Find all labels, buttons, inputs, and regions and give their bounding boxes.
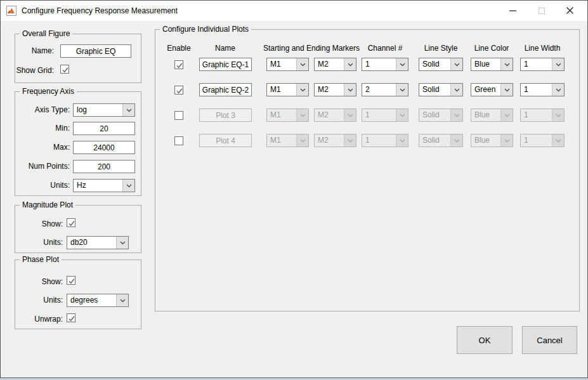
plot-row-3: M1 M2 1 Solid Blue: [155, 108, 579, 122]
line-style-dropdown[interactable]: Solid: [419, 58, 463, 71]
plot-name-field[interactable]: [199, 58, 252, 71]
chevron-down-icon: [344, 109, 356, 121]
marker-end-dropdown[interactable]: M2: [314, 134, 356, 147]
plot-name-field[interactable]: [199, 108, 252, 122]
line-width-dropdown[interactable]: 1: [520, 134, 565, 147]
line-style-dropdown[interactable]: Solid: [419, 134, 463, 147]
num-points-field[interactable]: [73, 160, 135, 173]
enable-checkbox[interactable]: [174, 60, 183, 69]
chevron-down-icon: [450, 109, 462, 121]
column-header-name: Name: [215, 44, 235, 53]
minimize-button[interactable]: [499, 1, 527, 20]
maximize-icon: [539, 8, 545, 14]
window-title: Configure Frequency Response Measurement: [22, 6, 178, 15]
chevron-down-icon: [396, 58, 408, 70]
phase-show-checkbox[interactable]: [67, 276, 75, 285]
channel-value: 1: [365, 134, 370, 147]
maximize-button[interactable]: [527, 1, 556, 20]
show-grid-checkbox[interactable]: [60, 65, 69, 74]
cancel-button[interactable]: Cancel: [522, 326, 577, 354]
group-frequency-axis: Frequency Axis Axis Type: log Min: Max: …: [15, 91, 141, 196]
num-points-label: Num Points:: [15, 162, 70, 171]
line-color-value: Green: [474, 84, 495, 96]
marker-end-value: M2: [318, 58, 329, 70]
chevron-down-icon: [500, 134, 513, 147]
check-icon: [67, 277, 76, 285]
axis-type-value: log: [77, 104, 87, 116]
line-width-value: 1: [524, 58, 528, 70]
magnitude-units-value: db20: [70, 237, 88, 249]
titlebar: Configure Frequency Response Measurement: [1, 1, 587, 21]
show-grid-label: Show Grid:: [15, 66, 54, 75]
line-style-dropdown[interactable]: Solid: [419, 108, 463, 122]
line-width-value: 1: [524, 134, 528, 147]
line-width-dropdown[interactable]: 1: [520, 108, 565, 122]
chevron-down-icon: [450, 134, 462, 147]
marker-start-dropdown[interactable]: M1: [266, 83, 309, 96]
line-color-value: Blue: [474, 109, 490, 121]
marker-start-value: M1: [270, 58, 281, 70]
figure-name-field[interactable]: [60, 44, 131, 58]
chevron-down-icon: [396, 134, 408, 147]
ok-button[interactable]: OK: [457, 326, 513, 354]
chevron-down-icon: [450, 84, 462, 96]
group-legend: Overall Figure: [20, 29, 72, 39]
chevron-down-icon: [344, 58, 356, 70]
marker-start-dropdown[interactable]: M1: [266, 108, 309, 122]
channel-dropdown[interactable]: 1: [362, 108, 408, 122]
line-color-value: Blue: [474, 58, 490, 70]
unwrap-checkbox[interactable]: [67, 313, 75, 322]
chevron-down-icon: [122, 180, 134, 192]
phase-units-dropdown[interactable]: degrees: [67, 294, 129, 307]
magnitude-show-checkbox[interactable]: [67, 218, 75, 227]
min-field[interactable]: [73, 122, 135, 135]
column-header-markers: Starting and Ending Markers: [263, 44, 360, 53]
marker-end-dropdown[interactable]: M2: [314, 58, 356, 71]
marker-start-value: M1: [270, 134, 281, 147]
close-button[interactable]: [556, 1, 584, 20]
line-color-dropdown[interactable]: Blue: [471, 108, 513, 122]
show-label: Show:: [15, 277, 63, 286]
plot-name-field[interactable]: [199, 83, 252, 96]
frequency-units-value: Hz: [77, 180, 86, 192]
plot-name-field[interactable]: [199, 134, 252, 147]
group-configure-individual-plots: Configure Individual Plots Enable Name S…: [155, 29, 580, 311]
marker-start-dropdown[interactable]: M1: [266, 134, 309, 147]
enable-checkbox[interactable]: [174, 111, 183, 120]
chevron-down-icon: [396, 84, 408, 96]
group-legend: Magnitude Plot: [20, 200, 75, 210]
enable-checkbox[interactable]: [174, 136, 183, 145]
chevron-down-icon: [450, 58, 462, 70]
line-color-value: Blue: [474, 134, 490, 147]
magnitude-units-dropdown[interactable]: db20: [67, 236, 129, 249]
line-width-dropdown[interactable]: 1: [520, 83, 565, 96]
chevron-down-icon: [296, 134, 308, 147]
axis-type-dropdown[interactable]: log: [73, 103, 135, 117]
line-color-dropdown[interactable]: Blue: [471, 58, 513, 71]
marker-end-dropdown[interactable]: M2: [314, 83, 356, 96]
channel-dropdown[interactable]: 1: [362, 134, 408, 147]
chevron-down-icon: [552, 109, 564, 121]
channel-dropdown[interactable]: 1: [362, 58, 408, 71]
group-legend: Frequency Axis: [20, 87, 77, 96]
chevron-down-icon: [552, 134, 564, 147]
line-style-dropdown[interactable]: Solid: [419, 83, 463, 96]
line-width-dropdown[interactable]: 1: [520, 58, 565, 71]
check-icon: [175, 61, 184, 70]
enable-checkbox[interactable]: [174, 86, 183, 95]
unwrap-label: Unwrap:: [15, 315, 63, 324]
chevron-down-icon: [122, 104, 134, 116]
marker-end-dropdown[interactable]: M2: [314, 108, 356, 122]
channel-value: 2: [365, 84, 370, 96]
units-label: Units:: [15, 296, 63, 305]
marker-start-dropdown[interactable]: M1: [266, 58, 309, 71]
line-color-dropdown[interactable]: Blue: [471, 134, 513, 147]
chevron-down-icon: [116, 237, 128, 249]
channel-dropdown[interactable]: 2: [362, 83, 408, 96]
max-field[interactable]: [73, 141, 135, 154]
line-color-dropdown[interactable]: Green: [471, 83, 513, 96]
column-header-line-style: Line Style: [424, 44, 458, 53]
frequency-units-dropdown[interactable]: Hz: [73, 179, 135, 192]
marker-start-value: M1: [270, 109, 281, 121]
column-header-channel: Channel #: [368, 44, 403, 53]
